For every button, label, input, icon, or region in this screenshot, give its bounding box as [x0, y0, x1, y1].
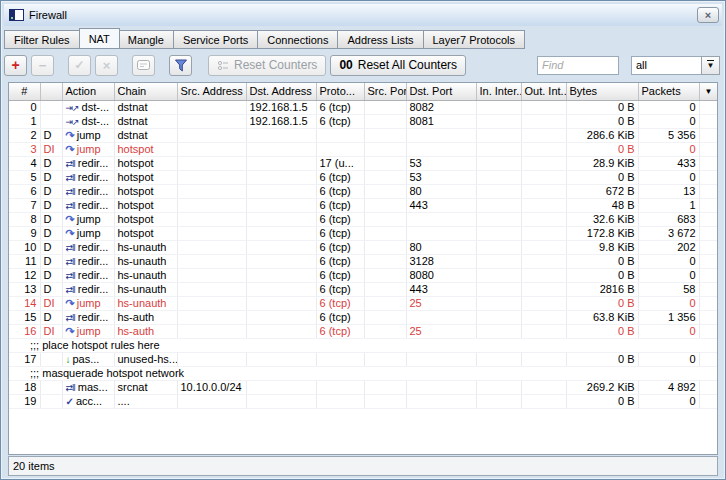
tab-mangle[interactable]: Mangle: [119, 30, 174, 49]
cell-flags: D: [40, 198, 62, 212]
cell-colsel: [699, 100, 718, 114]
cell-action: ⇄‖redir...: [62, 282, 114, 296]
close-button[interactable]: ×: [697, 7, 719, 23]
cell-action: ↓pas...: [62, 352, 114, 366]
column-header-bytes[interactable]: Bytes: [566, 83, 638, 100]
column-select-button[interactable]: ▼: [700, 83, 718, 100]
cell-out_interface: [521, 324, 566, 338]
cell-num: 13: [9, 282, 40, 296]
comment-row[interactable]: ;;; masquerade hotspot network: [9, 366, 718, 380]
cell-src_port: [364, 296, 406, 310]
table-row-rule-17[interactable]: 17↓pas...unused-hs...0 B0: [9, 352, 718, 366]
cell-src_port: [364, 310, 406, 324]
cell-flags: [40, 352, 62, 366]
comment-row[interactable]: ;;; place hotspot rules here: [9, 338, 718, 352]
cell-action: ⇄‖redir...: [62, 170, 114, 184]
find-input[interactable]: [537, 56, 619, 75]
comment-button[interactable]: [132, 55, 155, 76]
table-row-rule-13[interactable]: 13D⇄‖redir...hs-unauth6 (tcp)4432816 B58: [9, 282, 718, 296]
table-row-rule-6[interactable]: 6D⇄‖redir...hotspot6 (tcp)80672 B13: [9, 184, 718, 198]
tab-address-lists[interactable]: Address Lists: [338, 30, 423, 49]
cell-src_port: [364, 380, 406, 394]
cell-action: ⇄‖redir...: [62, 310, 114, 324]
column-header-dst_address[interactable]: Dst. Address: [246, 83, 316, 100]
cell-chain: hotspot: [114, 212, 177, 226]
disable-rule-button[interactable]: ×: [95, 55, 118, 76]
add-rule-button[interactable]: +: [4, 55, 27, 76]
table-row-rule-16[interactable]: 16DI↷jumphs-auth6 (tcp)250 B0: [9, 324, 718, 338]
column-header-src_port[interactable]: Src. Port: [364, 83, 406, 100]
table-row-rule-18[interactable]: 18⇄‖mas...srcnat10.10.0.0/24269.2 KiB4 8…: [9, 380, 718, 394]
titlebar[interactable]: Firewall ×: [4, 4, 722, 26]
column-header-colsel[interactable]: ▼: [699, 83, 718, 100]
cell-colsel: [699, 310, 718, 324]
cell-num: 18: [9, 380, 40, 394]
cell-src_address: [177, 394, 246, 408]
column-header-protocol[interactable]: Proto...: [316, 83, 364, 100]
cell-out_interface: [521, 296, 566, 310]
column-header-packets[interactable]: Packets: [638, 83, 699, 100]
cell-in_interface: [476, 226, 521, 240]
cell-src_address: [177, 212, 246, 226]
column-header-action[interactable]: Action: [62, 83, 114, 100]
cell-dst_address: 192.168.1.5: [246, 114, 316, 128]
cell-src_address: [177, 128, 246, 142]
table-row-rule-3[interactable]: 3DI↷jumphotspot0 B0: [9, 142, 718, 156]
tab-nat[interactable]: NAT: [79, 28, 120, 49]
cell-chain: dstnat: [114, 128, 177, 142]
cell-action: ↷jump: [62, 212, 114, 226]
table-row-rule-1[interactable]: 1⇥↗dst-...dstnat192.168.1.56 (tcp)80810 …: [9, 114, 718, 128]
tab-connections[interactable]: Connections: [258, 30, 338, 49]
table-row-rule-8[interactable]: 8D↷jumphotspot6 (tcp)32.6 KiB683: [9, 212, 718, 226]
cell-flags: D: [40, 310, 62, 324]
enable-rule-button[interactable]: ✓: [68, 55, 91, 76]
filter-dropdown-button[interactable]: ▼: [701, 56, 720, 75]
cell-protocol: 6 (tcp): [316, 184, 364, 198]
table-row-rule-5[interactable]: 5D⇄‖redir...hotspot6 (tcp)530 B0: [9, 170, 718, 184]
nat-rules-table: #ActionChainSrc. AddressDst. AddressProt…: [8, 82, 718, 455]
table-row-rule-19[interactable]: 19✓acc.......0 B0: [9, 394, 718, 408]
table-row-rule-7[interactable]: 7D⇄‖redir...hotspot6 (tcp)44348 B1: [9, 198, 718, 212]
cell-num: 0: [9, 100, 40, 114]
cell-out_interface: [521, 212, 566, 226]
column-header-in_interface[interactable]: In. Inter...: [476, 83, 521, 100]
cell-chain: hs-unauth: [114, 254, 177, 268]
table-row-rule-12[interactable]: 12D⇄‖redir...hs-unauth6 (tcp)80800 B0: [9, 268, 718, 282]
cell-chain: hotspot: [114, 226, 177, 240]
window-title: Firewall: [29, 9, 697, 21]
reset-counters-button[interactable]: Reset Counters: [208, 55, 326, 76]
cell-out_interface: [521, 100, 566, 114]
cell-src_port: [364, 170, 406, 184]
cell-bytes: 28.9 KiB: [566, 156, 638, 170]
table-row-rule-4[interactable]: 4D⇄‖redir...hotspot17 (u...5328.9 KiB433: [9, 156, 718, 170]
cell-src_address: [177, 352, 246, 366]
table-row-rule-10[interactable]: 10D⇄‖redir...hs-unauth6 (tcp)809.8 KiB20…: [9, 240, 718, 254]
tab-service-ports[interactable]: Service Ports: [174, 30, 258, 49]
table-row-rule-9[interactable]: 9D↷jumphotspot6 (tcp)172.8 KiB3 672: [9, 226, 718, 240]
tab-filter-rules[interactable]: Filter Rules: [4, 30, 80, 49]
cell-src_address: [177, 254, 246, 268]
column-header-dst_port[interactable]: Dst. Port: [406, 83, 476, 100]
redirect-icon: ⇄‖: [66, 285, 75, 295]
column-header-src_address[interactable]: Src. Address: [177, 83, 246, 100]
reset-all-counters-button[interactable]: 00 Reset All Counters: [330, 55, 466, 76]
filter-button[interactable]: [169, 55, 192, 76]
tab-layer7-protocols[interactable]: Layer7 Protocols: [424, 30, 526, 49]
cell-src_port: [364, 254, 406, 268]
column-header-num[interactable]: #: [9, 83, 40, 100]
cell-packets: 0: [638, 170, 699, 184]
cell-chain: hs-unauth: [114, 282, 177, 296]
table-row-rule-14[interactable]: 14DI↷jumphs-unauth6 (tcp)250 B0: [9, 296, 718, 310]
column-header-chain[interactable]: Chain: [114, 83, 177, 100]
column-header-flags[interactable]: [40, 83, 62, 100]
table-row-rule-11[interactable]: 11D⇄‖redir...hs-unauth6 (tcp)31280 B0: [9, 254, 718, 268]
cell-out_interface: [521, 282, 566, 296]
table-row-rule-2[interactable]: 2D↷jumpdstnat286.6 KiB5 356: [9, 128, 718, 142]
table-row-rule-15[interactable]: 15D⇄‖redir...hs-auth6 (tcp)63.8 KiB1 356: [9, 310, 718, 324]
filter-dropdown[interactable]: all ▼: [631, 56, 720, 75]
cell-bytes: 9.8 KiB: [566, 240, 638, 254]
remove-rule-button[interactable]: −: [31, 55, 54, 76]
column-header-out_interface[interactable]: Out. Int...: [521, 83, 566, 100]
table-row-rule-0[interactable]: 0⇥↗dst-...dstnat192.168.1.56 (tcp)80820 …: [9, 100, 718, 114]
cell-protocol: 6 (tcp): [316, 114, 364, 128]
